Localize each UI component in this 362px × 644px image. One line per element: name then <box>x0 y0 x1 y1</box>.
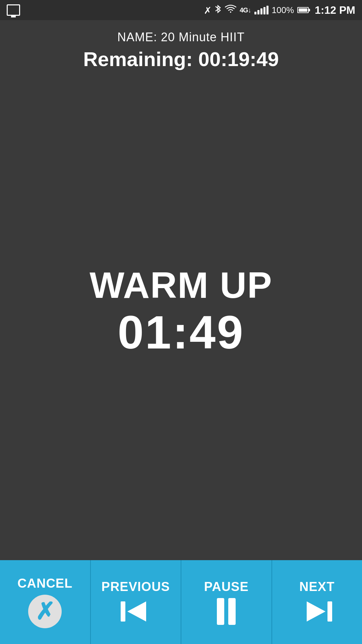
previous-button[interactable]: PREVIOUS <box>90 560 181 644</box>
svg-marker-1 <box>127 601 146 622</box>
cancel-label: CANCEL <box>17 576 72 591</box>
pause-icon <box>217 598 236 625</box>
workout-name: NAME: 20 Minute HIIT <box>117 30 245 44</box>
bluetooth-icon: ✗ <box>204 4 222 16</box>
svg-marker-2 <box>307 601 325 622</box>
status-bar-left <box>7 4 20 16</box>
battery-icon <box>297 7 310 13</box>
battery-percent: 100% <box>272 5 294 15</box>
previous-icon <box>121 598 151 625</box>
screen-icon <box>7 4 20 16</box>
lte-icon: 4G↓ <box>240 6 251 14</box>
status-bar: ✗ 4G↓ <box>0 0 362 20</box>
svg-rect-3 <box>327 601 332 622</box>
signal-icon <box>254 6 268 14</box>
remaining-time: Remaining: 00:19:49 <box>83 48 279 71</box>
exercise-timer: 01:49 <box>118 305 244 360</box>
bottom-controls: CANCEL ✗ PREVIOUS PAUSE NEXT <box>0 560 362 644</box>
wifi-icon <box>225 5 236 16</box>
status-time: 1:12 PM <box>315 4 355 16</box>
status-bar-right: ✗ 4G↓ <box>204 4 355 16</box>
current-exercise: WARM UP 01:49 <box>89 265 273 360</box>
next-button[interactable]: NEXT <box>272 560 362 644</box>
svg-rect-0 <box>121 601 125 622</box>
next-icon <box>302 598 332 625</box>
previous-label: PREVIOUS <box>102 580 170 594</box>
cancel-button[interactable]: CANCEL ✗ <box>0 560 90 644</box>
exercise-name: WARM UP <box>89 265 273 305</box>
pause-button[interactable]: PAUSE <box>181 560 272 644</box>
cancel-icon: ✗ <box>28 595 62 628</box>
status-icons: ✗ 4G↓ <box>204 4 310 16</box>
pause-label: PAUSE <box>204 580 249 594</box>
main-content: NAME: 20 Minute HIIT Remaining: 00:19:49… <box>0 20 362 560</box>
next-label: NEXT <box>299 580 335 594</box>
